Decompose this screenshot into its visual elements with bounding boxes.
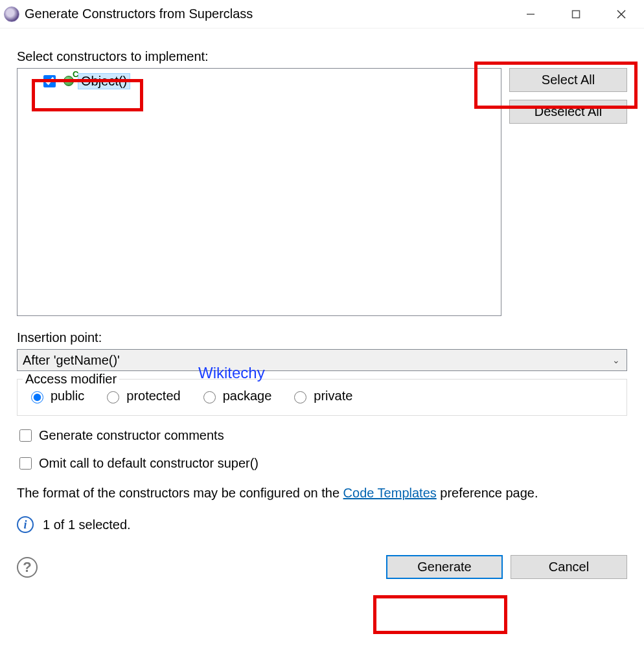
constructor-icon: C [63,76,74,86]
info-icon: i [17,516,34,533]
deselect-all-button[interactable]: Deselect All [509,100,627,124]
generate-comments-checkbox[interactable] [19,429,32,442]
tree-item-object[interactable]: C Object() [41,71,130,91]
access-modifier-legend: Access modifier [23,372,119,387]
generate-comments-checkbox-row[interactable]: Generate constructor comments [17,427,627,444]
svg-rect-1 [573,10,580,17]
minimize-button[interactable] [508,0,553,28]
annotation-highlight [373,595,507,634]
access-modifier-group: Access modifier public protected package… [17,379,627,416]
close-button[interactable] [599,0,644,28]
app-icon [4,6,19,22]
title-bar: Generate Constructors from Superclass [0,0,644,28]
radio-package[interactable]: package [200,389,272,403]
tree-item-checkbox[interactable] [43,75,56,87]
chevron-down-icon: ⌄ [612,355,620,365]
generate-comments-label: Generate constructor comments [39,428,224,443]
selection-status: 1 of 1 selected. [43,517,131,532]
omit-super-checkbox[interactable] [19,457,32,470]
constructors-tree[interactable]: C Object() [17,68,501,316]
generate-button[interactable]: Generate [386,555,503,579]
cancel-button[interactable]: Cancel [511,555,627,579]
radio-public[interactable]: public [28,389,84,403]
omit-super-checkbox-row[interactable]: Omit call to default constructor super() [17,455,627,471]
selection-status-row: i 1 of 1 selected. [17,516,627,533]
tree-item-label: Object() [78,73,130,89]
window-title: Generate Constructors from Superclass [25,6,508,21]
insertion-point-dropdown[interactable]: After 'getName()' ⌄ [17,349,627,371]
omit-super-label: Omit call to default constructor super() [39,456,259,471]
radio-protected[interactable]: protected [104,389,180,403]
insertion-point-value: After 'getName()' [23,353,120,368]
select-all-button[interactable]: Select All [509,68,627,92]
format-hint: The format of the constructors may be co… [17,486,627,501]
maximize-button[interactable] [553,0,599,28]
watermark-text: Wikitechy [198,364,265,382]
select-constructors-label: Select constructors to implement: [17,49,627,64]
radio-private[interactable]: private [291,389,352,403]
code-templates-link[interactable]: Code Templates [343,486,437,500]
insertion-point-label: Insertion point: [17,330,627,345]
help-icon[interactable]: ? [17,557,38,578]
